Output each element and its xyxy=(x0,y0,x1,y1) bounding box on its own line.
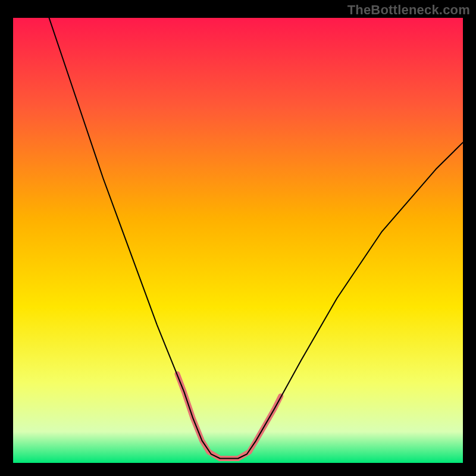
plot-svg xyxy=(13,18,463,463)
gradient-background xyxy=(13,18,463,463)
chart-frame: TheBottleneck.com xyxy=(0,0,476,476)
plot-area xyxy=(13,18,463,463)
watermark-text: TheBottleneck.com xyxy=(347,2,470,18)
